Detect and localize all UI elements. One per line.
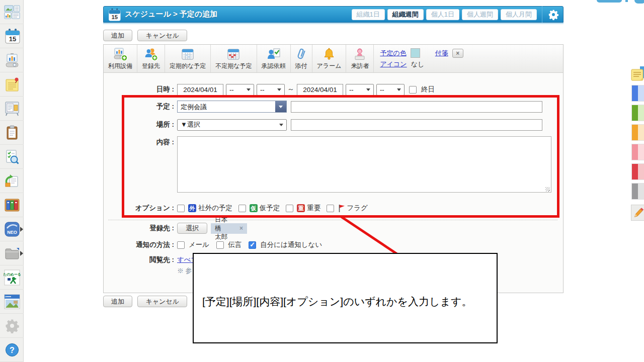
- plan-label: 予定 :: [107, 102, 174, 111]
- add-button-top[interactable]: 追加: [103, 30, 132, 41]
- sidebar-item-bulletin[interactable]: [0, 97, 24, 121]
- sidebar-item-help[interactable]: ?: [0, 338, 24, 362]
- fusen-edit-button[interactable]: [631, 205, 644, 221]
- welfare-banner-icon: [4, 294, 21, 310]
- registrant-name: 日本橋 太郎: [215, 216, 227, 241]
- toolbar-visitor-button[interactable]: 来訪者: [346, 45, 374, 72]
- view-button-personal-month[interactable]: 個人月間: [501, 9, 537, 20]
- plan-select-button[interactable]: [275, 101, 286, 112]
- notify-not-self-checkbox[interactable]: [249, 241, 256, 249]
- toolbar-irregular-button[interactable]: 不定期な予定: [211, 45, 257, 72]
- place-select[interactable]: ▼選択: [177, 119, 287, 131]
- allday-checkbox[interactable]: [409, 86, 417, 94]
- sidebar-item-document[interactable]: [0, 193, 24, 217]
- option-flag-label: フラグ: [347, 204, 367, 213]
- appointment-toolbar: 利用設備 登録先 定: [104, 45, 563, 73]
- sidebar-item-memo[interactable]: [0, 72, 24, 97]
- plan-color-link[interactable]: 予定の色: [380, 49, 406, 58]
- sidebar-item-todo[interactable]: [0, 121, 24, 145]
- schedule-window-header: 15 スケジュール > 予定の追加 組織1日 組織週間 個人1日 個人週間 個人…: [103, 6, 564, 23]
- view-button-personal-day[interactable]: 個人1日: [426, 9, 459, 20]
- start-hour-select[interactable]: --: [226, 84, 254, 96]
- option-flag-checkbox[interactable]: [327, 205, 334, 212]
- view-button-org-day[interactable]: 組織1日: [352, 9, 385, 20]
- sidebar-item-workflow[interactable]: [0, 169, 24, 193]
- content-label: 内容 :: [107, 138, 174, 147]
- neo-expand-arrow-icon[interactable]: [20, 227, 23, 232]
- option-tentative-checkbox[interactable]: [238, 205, 246, 212]
- folder-icon: [4, 246, 20, 261]
- toolbar-equipment-button[interactable]: 利用設備: [104, 45, 137, 72]
- sidebar-item-equipment[interactable]: [0, 48, 24, 72]
- sidebar-item-survey[interactable]: [0, 145, 24, 169]
- registrant-label: 登録先 :: [107, 224, 174, 233]
- toolbar-alarm-label: アラーム: [317, 62, 342, 70]
- fusen-color-orange[interactable]: [632, 125, 644, 140]
- plan-text-input[interactable]: [291, 101, 542, 113]
- slide-canvas: 15: [0, 0, 644, 362]
- toolbar-attach-button[interactable]: 添付: [291, 45, 312, 72]
- svg-text:NEO: NEO: [7, 230, 17, 235]
- person-add-icon: [144, 47, 158, 61]
- toolbar-links: 予定の色 付箋 × アイコン なし: [374, 45, 469, 72]
- sidebar-item-neo[interactable]: NEO: [0, 217, 24, 241]
- settings-gear-button[interactable]: [547, 8, 560, 21]
- sidebar-item-welfare-banner[interactable]: [0, 290, 24, 314]
- sidebar-item-schedule[interactable]: 15: [0, 24, 24, 48]
- sidebar-item-tanomail[interactable]: たのめーる: [0, 265, 24, 290]
- end-minute-select[interactable]: --: [376, 84, 405, 96]
- toolbar-recurring-button[interactable]: 定期的な予定: [165, 45, 211, 72]
- page-title: スケジュール > 予定の追加: [125, 10, 217, 19]
- option-tentative-label: 仮予定: [260, 204, 280, 213]
- header-bottom-strip: [103, 23, 564, 24]
- fusen-color-red[interactable]: [632, 164, 644, 179]
- plan-color-swatch[interactable]: [411, 48, 420, 58]
- toolbar-equipment-label: 利用設備: [108, 62, 132, 70]
- content-textarea[interactable]: [177, 136, 551, 193]
- add-button-bottom[interactable]: 追加: [103, 296, 132, 307]
- toolbar-approval-button[interactable]: 承認依頼: [257, 45, 291, 72]
- fusen-color-gray[interactable]: [632, 184, 644, 199]
- registrant-select-button[interactable]: 選択: [177, 223, 207, 234]
- notify-mail-checkbox[interactable]: [177, 241, 185, 249]
- cancel-button-bottom[interactable]: キャンセル: [137, 296, 187, 307]
- end-hour-select[interactable]: --: [346, 84, 374, 96]
- chevron-down-icon: [366, 88, 370, 91]
- svg-text:15: 15: [9, 35, 16, 43]
- fusen-close-button[interactable]: ×: [452, 49, 463, 58]
- toolbar-alarm-button[interactable]: アラーム: [312, 45, 347, 72]
- fusen-link[interactable]: 付箋: [435, 49, 448, 58]
- place-text-input[interactable]: [291, 119, 542, 131]
- fusen-color-pink[interactable]: [632, 144, 644, 160]
- start-minute-select[interactable]: --: [257, 84, 285, 96]
- notify-label: 通知の方法 :: [107, 240, 174, 249]
- icon-link[interactable]: アイコン: [380, 60, 407, 69]
- registrant-remove-icon[interactable]: ×: [239, 225, 243, 232]
- folder-expand-arrow-icon[interactable]: [20, 251, 23, 256]
- cancel-button-top[interactable]: キャンセル: [137, 30, 187, 41]
- plan-preset-select[interactable]: 定例会議: [177, 101, 287, 113]
- fusen-note-button[interactable]: [630, 65, 644, 85]
- textarea-resize-handle[interactable]: [545, 187, 550, 192]
- view-button-personal-week[interactable]: 個人週間: [462, 9, 498, 20]
- end-date-input[interactable]: [297, 84, 343, 96]
- toolbar-registrant-button[interactable]: 登録先: [137, 45, 165, 72]
- sidebar-item-portal[interactable]: [0, 0, 24, 24]
- cut-off-icon: [625, 0, 628, 2]
- view-button-org-week[interactable]: 組織週間: [387, 9, 424, 20]
- option-external-checkbox[interactable]: [177, 205, 185, 212]
- visibility-label: 閲覧先 :: [107, 255, 174, 264]
- notify-message-checkbox[interactable]: [216, 241, 224, 249]
- tanomail-logo-icon: たのめーる: [4, 269, 21, 286]
- start-date-input[interactable]: [177, 84, 223, 96]
- toolbar-approval-label: 承認依頼: [262, 62, 286, 70]
- option-important-checkbox[interactable]: [286, 205, 293, 212]
- date-range-tilde: ～: [287, 85, 294, 94]
- toolbar-visitor-label: 来訪者: [351, 62, 369, 70]
- fusen-color-green[interactable]: [632, 105, 644, 121]
- fusen-color-blue[interactable]: [632, 85, 644, 101]
- approval-request-icon: [267, 47, 281, 61]
- sidebar-item-folder[interactable]: [0, 241, 24, 265]
- sidebar-item-settings[interactable]: [0, 314, 24, 338]
- toolbar-recurring-label: 定期的な予定: [170, 62, 206, 70]
